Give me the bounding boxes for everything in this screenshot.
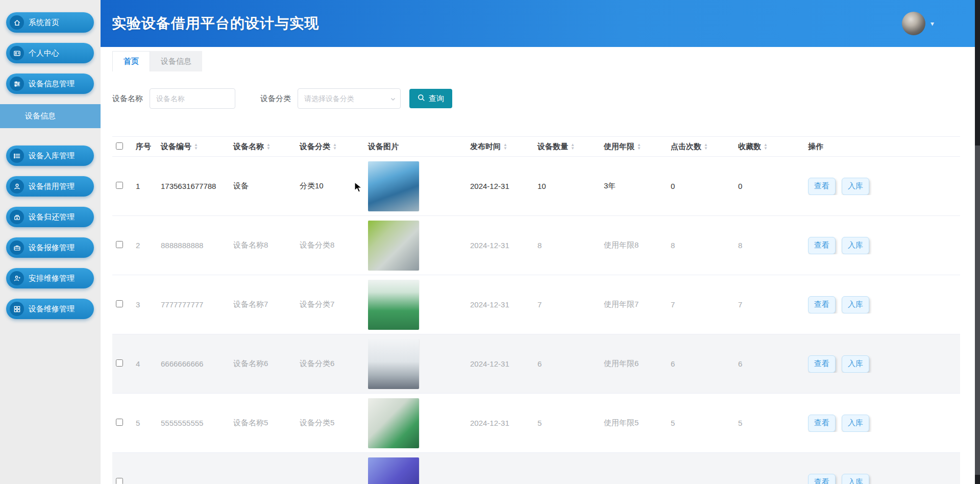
- table-row: 3 7777777777 设备名称7 设备分类7 2024-12-31 7 使用…: [112, 275, 960, 334]
- sort-carets-icon[interactable]: ▲▼: [704, 143, 708, 150]
- stock-button[interactable]: 入库: [842, 296, 869, 313]
- cell-index: 4: [136, 359, 161, 368]
- table-row: 5 5555555555 设备名称5 设备分类5 2024-12-31 5 使用…: [112, 394, 960, 453]
- stock-button[interactable]: 入库: [842, 237, 869, 254]
- scrollbar-corner: [975, 475, 980, 484]
- idcard-icon: [10, 46, 24, 60]
- cell-favs: 6: [738, 359, 808, 368]
- view-button[interactable]: 查看: [808, 415, 836, 432]
- view-button[interactable]: 查看: [808, 296, 836, 313]
- table-row: 1 1735631677788 设备 分类10 2024-12-31 10 3年…: [112, 157, 960, 216]
- sidebar-item-label: 设备归还管理: [29, 212, 75, 222]
- stock-button[interactable]: 入库: [842, 474, 869, 484]
- row-checkbox[interactable]: [116, 419, 123, 426]
- row-checkbox[interactable]: [116, 300, 123, 307]
- query-button-label: 查询: [429, 94, 444, 104]
- device-category-select[interactable]: [298, 88, 401, 109]
- view-button[interactable]: 查看: [808, 474, 836, 484]
- cell-category: 分类10: [300, 181, 368, 191]
- equipment-image: [368, 221, 419, 271]
- cell-qty: 7: [537, 300, 604, 309]
- cell-code: 8888888888: [161, 241, 233, 250]
- row-checkbox[interactable]: [116, 182, 123, 189]
- column-header-actions: 操作: [808, 142, 960, 152]
- sort-carets-icon[interactable]: ▲▼: [266, 143, 271, 150]
- equipment-image: [368, 398, 419, 448]
- home-icon: [10, 15, 24, 30]
- tab-home[interactable]: 首页: [112, 51, 150, 71]
- sidebar-item-device-return-mgmt[interactable]: 设备归还管理: [6, 207, 94, 227]
- sidebar-item-device-borrow-mgmt[interactable]: 设备借用管理: [6, 176, 94, 197]
- scrollbar-thumb[interactable]: [975, 0, 980, 146]
- column-header-qty: 设备数量▲▼: [537, 142, 604, 152]
- column-header-image: 设备图片: [368, 142, 470, 152]
- sidebar-item-personal-center[interactable]: 个人中心: [6, 43, 94, 63]
- equipment-image: [368, 161, 419, 211]
- sidebar: 系统首页 个人中心 设备信息管理 设备信息 设备入库管理: [0, 0, 101, 484]
- stock-button[interactable]: 入库: [842, 415, 869, 432]
- cell-favs: 5: [738, 419, 808, 427]
- cell-name: 设备名称8: [233, 240, 300, 250]
- view-button[interactable]: 查看: [808, 355, 836, 373]
- cell-index: 3: [136, 300, 161, 309]
- sort-carets-icon[interactable]: ▲▼: [571, 143, 575, 150]
- device-category-select-input[interactable]: [298, 88, 401, 109]
- cell-years: 使用年限6: [604, 359, 671, 369]
- sort-carets-icon[interactable]: ▲▼: [194, 143, 198, 150]
- cell-clicks: 6: [671, 359, 738, 368]
- cell-category: 设备分类7: [300, 300, 368, 309]
- sliders-icon: [10, 77, 24, 91]
- cell-category: 设备分类5: [300, 418, 368, 428]
- main-area: 实验设备借用平台的设计与实现 ▾ 首页 设备信息 设备名称 设备分类 查询: [101, 0, 975, 484]
- cell-name: 设备名称6: [233, 359, 300, 369]
- sidebar-item-device-repair-mgmt[interactable]: 设备报修管理: [6, 237, 94, 258]
- user-avatar[interactable]: [902, 12, 925, 35]
- sidebar-item-label: 设备入库管理: [29, 151, 75, 161]
- equipment-image: [368, 280, 419, 330]
- device-name-input[interactable]: [150, 88, 235, 109]
- stock-button[interactable]: 入库: [842, 178, 869, 195]
- sidebar-item-device-info-mgmt[interactable]: 设备信息管理: [6, 74, 94, 94]
- sidebar-item-label: 个人中心: [29, 49, 59, 58]
- cell-index: 1: [136, 182, 161, 190]
- cell-code: 1735631677788: [161, 182, 233, 190]
- cell-favs: 8: [738, 241, 808, 250]
- query-button[interactable]: 查询: [409, 89, 452, 108]
- cell-qty: 10: [537, 182, 604, 190]
- sidebar-subitem-label: 设备信息: [25, 111, 56, 121]
- column-header-index: 序号: [136, 142, 161, 152]
- row-checkbox[interactable]: [116, 359, 123, 367]
- sidebar-item-label: 设备报修管理: [29, 243, 75, 253]
- sidebar-item-device-maintenance-mgmt[interactable]: 设备维修管理: [6, 299, 94, 319]
- cell-qty: 6: [537, 359, 604, 368]
- table-row: 4 6666666666 设备名称6 设备分类6 2024-12-31 6 使用…: [112, 334, 960, 394]
- sidebar-item-system-home[interactable]: 系统首页: [6, 12, 94, 33]
- sort-carets-icon[interactable]: ▲▼: [637, 143, 641, 150]
- sort-carets-icon[interactable]: ▲▼: [764, 143, 768, 150]
- app-window: 系统首页 个人中心 设备信息管理 设备信息 设备入库管理: [0, 0, 980, 484]
- view-button[interactable]: 查看: [808, 178, 836, 195]
- caret-down-icon[interactable]: ▾: [930, 19, 934, 28]
- scrollbar-track[interactable]: [975, 0, 980, 484]
- column-header-name: 设备名称▲▼: [233, 142, 300, 152]
- sidebar-item-device-inbound-mgmt[interactable]: 设备入库管理: [6, 146, 94, 166]
- cell-date: 2024-12-31: [470, 359, 537, 368]
- tab-device-info[interactable]: 设备信息: [150, 51, 202, 71]
- sidebar-item-label: 系统首页: [29, 18, 59, 28]
- page-title: 实验设备借用平台的设计与实现: [112, 14, 319, 33]
- select-all-checkbox[interactable]: [116, 142, 123, 150]
- sort-carets-icon[interactable]: ▲▼: [333, 143, 337, 150]
- cell-years: 使用年限8: [604, 240, 671, 250]
- magnifier-icon: [418, 94, 425, 103]
- table-row: 查看 入库: [112, 453, 960, 484]
- cell-name: 设备名称7: [233, 300, 300, 309]
- sidebar-subitem-device-info-active[interactable]: 设备信息: [0, 104, 101, 128]
- row-checkbox[interactable]: [116, 478, 123, 484]
- stock-button[interactable]: 入库: [842, 355, 869, 373]
- sort-carets-icon[interactable]: ▲▼: [503, 143, 507, 150]
- row-checkbox[interactable]: [116, 241, 123, 248]
- cell-code: 7777777777: [161, 300, 233, 309]
- sidebar-item-arrange-maintenance-mgmt[interactable]: 安排维修管理: [6, 268, 94, 288]
- cell-index: 2: [136, 241, 161, 250]
- view-button[interactable]: 查看: [808, 237, 836, 254]
